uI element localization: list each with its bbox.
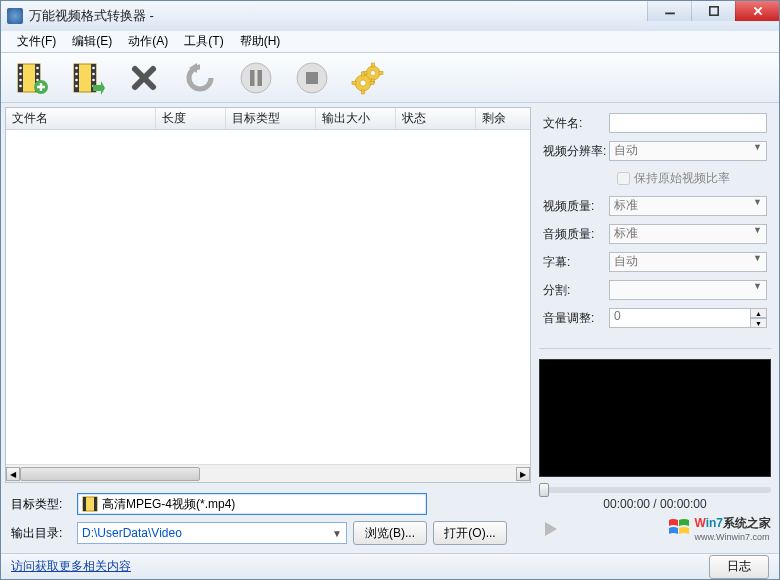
close-button[interactable]	[735, 1, 779, 21]
settings-button[interactable]	[349, 59, 387, 97]
svg-point-10	[19, 84, 22, 87]
svg-rect-49	[370, 81, 374, 84]
left-pane: 文件名 长度 目标类型 输出大小 状态 剩余 ◀ ▶ 目标类型:	[1, 103, 535, 553]
svg-rect-48	[352, 81, 356, 84]
scroll-left-arrow[interactable]: ◀	[6, 467, 20, 481]
col-filename[interactable]: 文件名	[6, 108, 156, 129]
play-button[interactable]	[539, 518, 561, 540]
output-dir-label: 输出目录:	[11, 525, 71, 542]
add-file-button[interactable]	[13, 59, 51, 97]
toolbar	[1, 53, 779, 103]
resolution-label: 视频分辨率:	[543, 143, 609, 160]
svg-point-26	[92, 72, 95, 75]
audio-quality-select[interactable]: 标准▼	[609, 224, 767, 244]
keep-ratio-checkbox[interactable]: 保持原始视频比率	[613, 169, 767, 188]
svg-rect-47	[362, 90, 365, 94]
log-button[interactable]: 日志	[709, 555, 769, 579]
pause-button[interactable]	[237, 59, 275, 97]
main-area: 文件名 长度 目标类型 输出大小 状态 剩余 ◀ ▶ 目标类型:	[1, 103, 779, 553]
stop-button[interactable]	[293, 59, 331, 97]
menu-edit[interactable]: 编辑(E)	[64, 31, 120, 52]
menu-file[interactable]: 文件(F)	[9, 31, 64, 52]
table-body[interactable]	[6, 130, 530, 464]
svg-rect-40	[372, 63, 375, 67]
video-quality-select[interactable]: 标准▼	[609, 196, 767, 216]
side-form: 文件名: 视频分辨率: 自动▼ 保持原始视频比率 视频质量: 标准▼ 音频质量:	[539, 107, 771, 342]
seek-knob[interactable]	[539, 483, 549, 497]
svg-rect-37	[306, 72, 318, 84]
output-dir-value: D:\UserData\Video	[82, 526, 182, 540]
svg-point-12	[36, 72, 39, 75]
refresh-icon	[183, 61, 217, 95]
menu-tool[interactable]: 工具(T)	[176, 31, 231, 52]
svg-rect-1	[709, 7, 717, 15]
svg-rect-35	[258, 70, 263, 86]
split-label: 分割:	[543, 282, 609, 299]
menu-action[interactable]: 动作(A)	[120, 31, 176, 52]
filename-label: 文件名:	[543, 115, 609, 132]
stop-icon	[295, 61, 329, 95]
time-display: 00:00:00 / 00:00:00	[539, 497, 771, 511]
col-remaining[interactable]: 剩余	[476, 108, 530, 129]
subtitle-select[interactable]: 自动▼	[609, 252, 767, 272]
chevron-down-icon: ▼	[753, 197, 762, 207]
watermark-url: www.Winwin7.com	[694, 532, 771, 542]
status-link[interactable]: 访问获取更多相关内容	[11, 558, 131, 575]
svg-point-24	[75, 84, 78, 87]
scroll-right-arrow[interactable]: ▶	[516, 467, 530, 481]
svg-point-39	[371, 70, 376, 75]
titlebar: 万能视频格式转换器 -	[1, 1, 779, 31]
pause-icon	[239, 61, 273, 95]
minimize-button[interactable]	[647, 1, 691, 21]
col-length[interactable]: 长度	[156, 108, 226, 129]
subtitle-label: 字幕:	[543, 254, 609, 271]
audio-quality-label: 音频质量:	[543, 226, 609, 243]
add-folder-button[interactable]	[69, 59, 107, 97]
col-output-size[interactable]: 输出大小	[316, 108, 396, 129]
watermark: Win7Win7系统之家系统之家 www.Winwin7.com	[668, 515, 771, 542]
scroll-thumb[interactable]	[20, 467, 200, 481]
app-icon	[7, 8, 23, 24]
filename-input[interactable]	[609, 113, 767, 133]
svg-rect-52	[94, 497, 97, 511]
maximize-button[interactable]	[691, 1, 735, 21]
table-header: 文件名 长度 目标类型 输出大小 状态 剩余	[6, 108, 530, 130]
output-dir-combo[interactable]: D:\UserData\Video ▼	[77, 522, 347, 544]
video-quality-label: 视频质量:	[543, 198, 609, 215]
svg-point-9	[19, 78, 22, 81]
video-preview[interactable]	[539, 359, 771, 477]
refresh-button[interactable]	[181, 59, 219, 97]
target-type-value: 高清MPEG-4视频(*.mp4)	[102, 496, 235, 513]
windows-flag-icon	[668, 517, 690, 541]
svg-point-11	[36, 66, 39, 69]
col-target-type[interactable]: 目标类型	[226, 108, 316, 129]
delete-button[interactable]	[125, 59, 163, 97]
bottom-fields: 目标类型: 高清MPEG-4视频(*.mp4) 输出目录: D:\UserDat…	[1, 487, 535, 553]
film-add-icon	[15, 61, 49, 95]
film-mini-icon	[82, 496, 98, 512]
horizontal-scrollbar[interactable]: ◀ ▶	[6, 464, 530, 482]
x-icon	[127, 61, 161, 95]
volume-down-button[interactable]: ▼	[751, 318, 767, 328]
play-icon	[541, 520, 559, 538]
svg-point-33	[241, 63, 271, 93]
menubar: 文件(F) 编辑(E) 动作(A) 工具(T) 帮助(H)	[1, 31, 779, 53]
open-button[interactable]: 打开(O)...	[433, 521, 507, 545]
keep-ratio-box[interactable]	[617, 172, 630, 185]
seek-slider[interactable]	[539, 487, 771, 493]
volume-up-button[interactable]: ▲	[751, 308, 767, 318]
svg-point-7	[19, 66, 22, 69]
browse-button[interactable]: 浏览(B)...	[353, 521, 427, 545]
col-status[interactable]: 状态	[396, 108, 476, 129]
volume-input[interactable]: 0	[609, 308, 751, 328]
chevron-down-icon: ▼	[753, 225, 762, 235]
target-type-combo[interactable]: 高清MPEG-4视频(*.mp4)	[77, 493, 427, 515]
gear-icon	[351, 61, 385, 95]
app-window: 万能视频格式转换器 - 文件(F) 编辑(E) 动作(A) 工具(T) 帮助(H…	[0, 0, 780, 580]
svg-rect-46	[362, 72, 365, 76]
resolution-select[interactable]: 自动▼	[609, 141, 767, 161]
split-select[interactable]: ▼	[609, 280, 767, 300]
svg-point-25	[92, 66, 95, 69]
chevron-down-icon: ▼	[753, 253, 762, 263]
menu-help[interactable]: 帮助(H)	[232, 31, 289, 52]
